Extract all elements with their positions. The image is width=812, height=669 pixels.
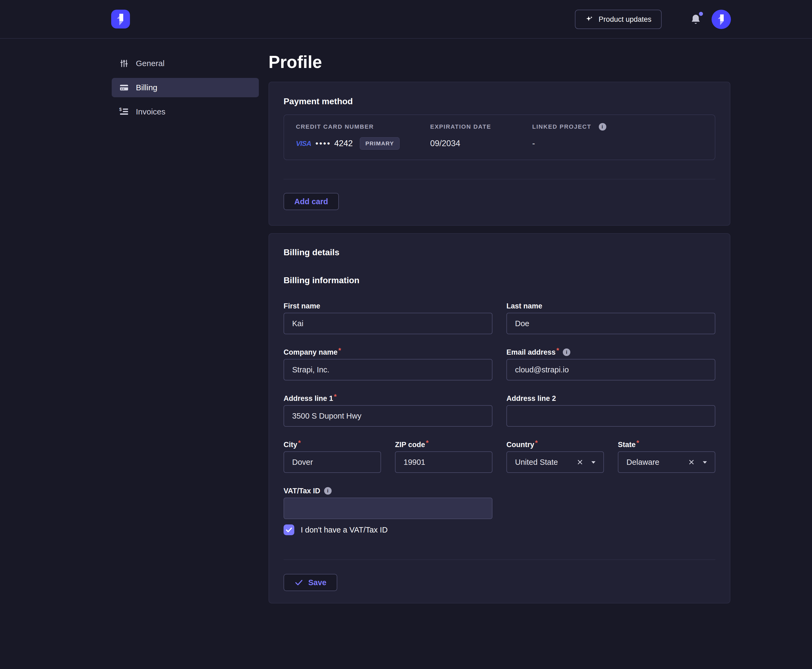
- linked-project-info-icon[interactable]: i: [599, 123, 606, 131]
- last-name-field: Last name: [507, 301, 715, 334]
- email-input[interactable]: [507, 359, 715, 380]
- vat-field: VAT/Tax ID i I don't have a VAT/Tax ID: [284, 486, 492, 535]
- state-label: State *: [618, 440, 715, 449]
- city-label: City *: [284, 440, 381, 449]
- sidebar-item-label: Billing: [136, 83, 157, 92]
- visa-logo: VISA: [296, 140, 311, 148]
- billing-form: First name Last name Company name *: [284, 301, 715, 535]
- vat-checkbox-row: I don't have a VAT/Tax ID: [284, 524, 492, 535]
- required-marker: *: [334, 394, 337, 399]
- state-select[interactable]: Delaware: [618, 451, 715, 473]
- product-updates-button[interactable]: Product updates: [575, 10, 662, 29]
- required-marker: *: [636, 440, 639, 445]
- vat-info-icon[interactable]: i: [324, 487, 332, 495]
- billing-information-title: Billing information: [284, 275, 715, 285]
- sidebar-item-billing[interactable]: Billing: [112, 78, 259, 97]
- vat-checkbox[interactable]: [284, 524, 294, 535]
- address-line1-label: Address line 1 *: [284, 394, 492, 403]
- vat-label: VAT/Tax ID i: [284, 486, 492, 496]
- email-info-icon[interactable]: i: [563, 348, 570, 356]
- sidebar-item-label: General: [136, 59, 164, 68]
- required-marker: *: [426, 440, 429, 445]
- company-name-input[interactable]: [284, 359, 492, 380]
- payment-method-title: Payment method: [284, 96, 715, 106]
- primary-badge: PRIMARY: [360, 137, 400, 150]
- country-label: Country *: [507, 440, 604, 449]
- zip-code-input[interactable]: [395, 451, 492, 473]
- state-chevron-down-icon[interactable]: [701, 459, 708, 466]
- sidebar-item-invoices[interactable]: $ Invoices: [112, 102, 259, 121]
- first-name-field: First name: [284, 301, 492, 334]
- card-last4: 4242: [334, 139, 353, 148]
- billing-divider: [284, 560, 715, 560]
- required-marker: *: [535, 440, 538, 445]
- sparkle-icon: [585, 15, 594, 24]
- country-chevron-down-icon[interactable]: [590, 459, 597, 466]
- sidebar-item-label: Invoices: [136, 107, 165, 116]
- save-button[interactable]: Save: [284, 574, 337, 591]
- avatar-strapi-icon: [716, 13, 726, 26]
- strapi-logo-icon: [115, 12, 126, 26]
- first-name-input[interactable]: [284, 313, 492, 334]
- strapi-logo[interactable]: [111, 10, 130, 29]
- address-line1-input[interactable]: [284, 405, 492, 427]
- required-marker: *: [556, 348, 559, 353]
- required-marker: *: [338, 348, 341, 353]
- product-updates-label: Product updates: [599, 15, 651, 24]
- payment-method-card: Payment method CREDIT CARD NUMBER EXPIRA…: [268, 82, 730, 226]
- expiration-value: 09/2034: [430, 137, 532, 150]
- country-select[interactable]: United State: [507, 451, 604, 473]
- address-line2-field: Address line 2: [507, 394, 715, 427]
- country-value: United State: [515, 458, 576, 467]
- card-number-mask: ••••: [315, 140, 331, 148]
- country-field: Country * United State: [507, 440, 604, 473]
- checkbox-check-icon: [285, 526, 293, 534]
- billing-details-card: Billing details Billing information Firs…: [268, 233, 730, 603]
- svg-text:$: $: [119, 107, 122, 112]
- payment-divider: [284, 179, 715, 180]
- state-field: State * Delaware: [618, 440, 715, 473]
- invoice-icon: $: [119, 107, 129, 117]
- company-name-label: Company name *: [284, 348, 492, 357]
- country-clear-icon[interactable]: [576, 458, 584, 466]
- credit-card-icon: [119, 83, 129, 92]
- app-header: Product updates: [0, 0, 812, 39]
- last-name-label: Last name: [507, 301, 715, 311]
- address-line2-label: Address line 2: [507, 394, 715, 403]
- credit-card-number-header: CREDIT CARD NUMBER: [296, 123, 430, 131]
- main-content: Profile Payment method CREDIT CARD NUMBE…: [268, 39, 730, 603]
- save-check-icon: [294, 578, 304, 587]
- city-field: City *: [284, 440, 381, 473]
- zip-code-field: ZIP code *: [395, 440, 492, 473]
- address-line2-input[interactable]: [507, 405, 715, 427]
- zip-code-label: ZIP code *: [395, 440, 492, 449]
- state-clear-icon[interactable]: [688, 458, 695, 466]
- last-name-input[interactable]: [507, 313, 715, 334]
- vat-input: [284, 498, 492, 519]
- linked-project-value: -: [532, 137, 703, 150]
- vat-checkbox-label: I don't have a VAT/Tax ID: [301, 526, 388, 535]
- settings-sidebar: General Billing $ Invoices: [112, 54, 259, 126]
- state-value: Delaware: [626, 458, 688, 467]
- required-marker: *: [298, 440, 301, 445]
- email-label: Email address * i: [507, 348, 715, 357]
- city-input[interactable]: [284, 451, 381, 473]
- add-card-label: Add card: [294, 197, 328, 206]
- first-name-label: First name: [284, 301, 492, 311]
- email-field: Email address * i: [507, 348, 715, 380]
- payment-method-table: CREDIT CARD NUMBER EXPIRATION DATE LINKE…: [284, 114, 715, 160]
- user-avatar[interactable]: [711, 10, 731, 29]
- notifications-button[interactable]: [690, 12, 703, 26]
- expiration-date-header: EXPIRATION DATE: [430, 123, 532, 131]
- save-label: Save: [308, 578, 327, 587]
- company-name-field: Company name *: [284, 348, 492, 380]
- sliders-icon: [119, 59, 129, 68]
- address-line1-field: Address line 1 *: [284, 394, 492, 427]
- sidebar-item-general[interactable]: General: [112, 54, 259, 73]
- linked-project-header: LINKED PROJECT i: [532, 123, 703, 131]
- page-title: Profile: [268, 52, 730, 72]
- billing-details-title: Billing details: [284, 247, 715, 257]
- notification-dot: [699, 12, 703, 16]
- credit-card-row: VISA •••• 4242 PRIMARY: [296, 137, 430, 150]
- add-card-button[interactable]: Add card: [284, 193, 339, 210]
